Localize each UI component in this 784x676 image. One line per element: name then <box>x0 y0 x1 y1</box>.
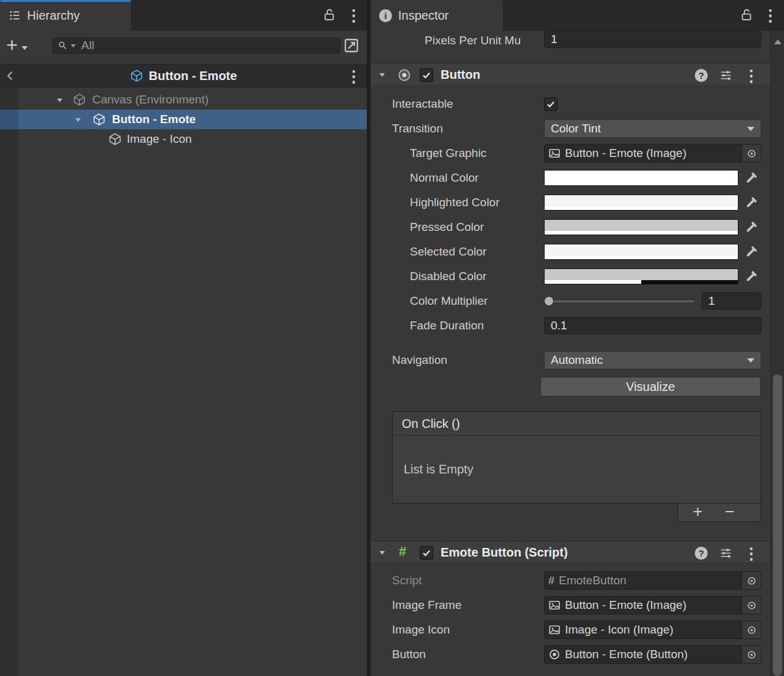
scroll-up-arrow-icon[interactable] <box>774 39 782 44</box>
pixels-per-unit-multiplier-input[interactable]: 1 <box>544 31 761 48</box>
inspector-panel: i Inspector ⋮ Pixels Per Unit Mu 1 Butto… <box>370 0 784 676</box>
hierarchy-left-gutter <box>0 87 18 676</box>
scrollbar-thumb[interactable] <box>773 374 782 676</box>
inspector-content: Pixels Per Unit Mu 1 Button ? ⋮ Interact… <box>370 31 770 676</box>
help-icon[interactable]: ? <box>695 69 708 82</box>
button-object-field[interactable]: Button - Emote (Button) <box>544 645 761 664</box>
event-list-footer: + − <box>678 503 761 522</box>
object-picker-icon[interactable] <box>742 572 761 589</box>
object-picker-icon[interactable] <box>742 646 761 663</box>
object-field-value: Button - Emote (Button) <box>565 648 688 661</box>
row-highlighted-color: Highlighted Color <box>370 190 770 215</box>
eyedropper-icon[interactable] <box>742 219 761 235</box>
kebab-menu-icon[interactable]: ⋮ <box>762 7 778 23</box>
foldout-icon[interactable] <box>74 116 82 124</box>
color-multiplier-slider[interactable] <box>544 296 694 306</box>
interactable-checkbox[interactable] <box>544 97 558 111</box>
script-object-field[interactable]: # EmoteButton <box>544 571 761 590</box>
hierarchy-list-icon <box>9 9 21 22</box>
add-event-button[interactable]: + <box>693 502 703 521</box>
lock-icon[interactable] <box>740 8 753 22</box>
focused-tab-stripe <box>0 0 131 2</box>
eyedropper-icon[interactable] <box>742 195 761 211</box>
check-icon <box>546 99 556 109</box>
transition-dropdown[interactable]: Color Tint <box>544 119 761 138</box>
object-picker-icon[interactable] <box>742 621 761 638</box>
field-label: Disabled Color <box>410 270 487 283</box>
image-frame-object-field[interactable]: Button - Emote (Image) <box>544 596 761 614</box>
kebab-menu-icon[interactable]: ⋮ <box>346 7 362 23</box>
gameobject-cube-icon <box>73 93 86 107</box>
row-navigation: Navigation Automatic <box>370 348 770 372</box>
alpha-strip <box>545 182 738 185</box>
kebab-menu-icon[interactable]: ⋮ <box>743 545 759 561</box>
tab-hierarchy[interactable]: Hierarchy <box>0 0 131 31</box>
eyedropper-icon[interactable] <box>742 268 761 284</box>
fade-duration-input[interactable]: 0.1 <box>544 317 761 334</box>
chevron-down-icon <box>747 358 754 363</box>
search-icon <box>58 41 68 50</box>
object-picker-icon[interactable] <box>742 597 761 614</box>
selected-color-swatch[interactable] <box>544 244 738 260</box>
event-list-header: On Click () <box>393 412 761 436</box>
row-script: Script # EmoteButton <box>370 568 770 593</box>
color-multiplier-input[interactable]: 1 <box>702 292 761 310</box>
csharp-script-icon: # <box>548 574 554 587</box>
help-icon[interactable]: ? <box>695 547 708 560</box>
alpha-strip <box>545 256 738 259</box>
check-icon <box>422 548 431 558</box>
object-field-value: EmoteButton <box>559 574 626 587</box>
button-component-header[interactable]: Button ? ⋮ <box>370 63 770 86</box>
visualize-button[interactable]: Visualize <box>540 377 761 396</box>
image-icon <box>548 147 561 159</box>
target-graphic-object-field[interactable]: Button - Emote (Image) <box>544 144 761 163</box>
emote-script-component-header[interactable]: # Emote Button (Script) ? ⋮ <box>370 541 770 564</box>
slider-knob[interactable] <box>544 296 554 306</box>
search-input[interactable]: All <box>52 38 340 54</box>
row-pressed-color: Pressed Color <box>370 215 770 239</box>
kebab-menu-icon[interactable]: ⋮ <box>346 68 362 84</box>
tree-item-button-emote-selected[interactable]: Button - Emote <box>0 110 367 129</box>
row-normal-color: Normal Color <box>370 166 770 190</box>
tab-inspector[interactable]: i Inspector <box>370 0 503 31</box>
component-enabled-checkbox[interactable] <box>420 546 433 560</box>
field-label: Image Icon <box>392 623 450 637</box>
object-picker-icon[interactable] <box>742 145 761 162</box>
create-object-button[interactable]: + <box>6 34 28 55</box>
chevron-down-icon <box>22 46 28 50</box>
field-label: Button <box>392 648 426 661</box>
button-component-icon <box>548 648 561 661</box>
row-disabled-color: Disabled Color <box>370 264 770 289</box>
presets-icon[interactable] <box>719 547 732 560</box>
remove-event-button[interactable]: − <box>725 502 735 521</box>
presets-icon[interactable] <box>719 69 732 82</box>
foldout-icon[interactable] <box>378 71 386 79</box>
row-fade-duration: Fade Duration 0.1 <box>370 313 770 338</box>
image-icon-object-field[interactable]: Image - Icon (Image) <box>544 621 761 639</box>
component-title: Button <box>441 68 480 82</box>
tree-item-canvas-environment[interactable]: Canvas (Environment) <box>0 90 367 110</box>
navigation-dropdown[interactable]: Automatic <box>544 351 761 369</box>
disabled-color-swatch[interactable] <box>544 268 738 284</box>
highlighted-color-swatch[interactable] <box>544 195 738 211</box>
field-label: Target Graphic <box>410 147 487 160</box>
slider-track[interactable] <box>544 300 694 302</box>
pressed-color-swatch[interactable] <box>544 219 738 235</box>
info-icon: i <box>379 9 392 22</box>
foldout-icon[interactable] <box>378 549 386 557</box>
image-icon <box>548 599 561 611</box>
component-enabled-checkbox[interactable] <box>420 68 433 82</box>
kebab-menu-icon[interactable]: ⋮ <box>743 68 759 84</box>
eyedropper-icon[interactable] <box>742 244 761 260</box>
foldout-icon[interactable] <box>55 96 64 105</box>
breadcrumb: Button - Emote ⋮ <box>0 64 367 87</box>
lock-icon[interactable] <box>322 8 336 22</box>
open-search-window-icon[interactable] <box>343 38 359 54</box>
object-field-value: Image - Icon (Image) <box>565 623 673 637</box>
row-image-icon: Image Icon Image - Icon (Image) <box>370 618 770 642</box>
eyedropper-icon[interactable] <box>742 170 761 186</box>
inspector-scrollbar[interactable] <box>770 31 784 676</box>
tree-item-image-icon[interactable]: Image - Icon <box>0 129 367 149</box>
field-label: Fade Duration <box>410 319 484 332</box>
normal-color-swatch[interactable] <box>544 170 738 186</box>
